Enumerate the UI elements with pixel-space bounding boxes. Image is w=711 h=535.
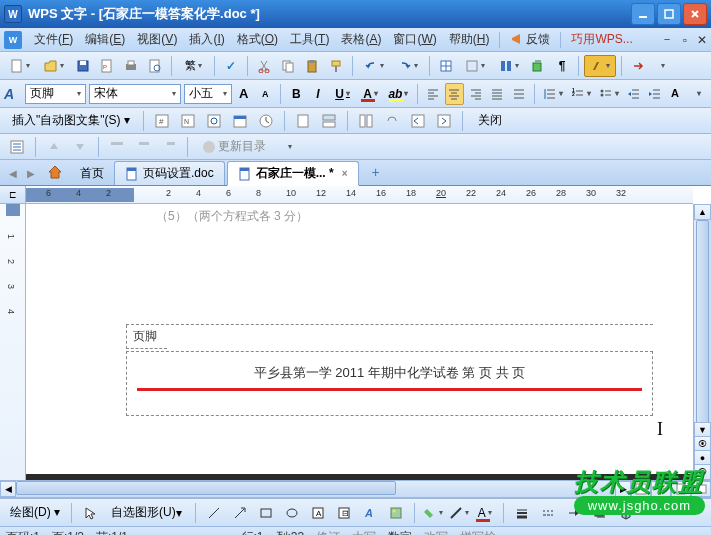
fill-color-button[interactable]: ▾ bbox=[422, 502, 444, 524]
grow-font-button[interactable]: A bbox=[235, 83, 253, 105]
footer-editing-area[interactable]: 页脚 平乡县第一学 2011 年期中化学试卷 第 页 共 页 bbox=[126, 324, 653, 416]
wps-icon[interactable]: W bbox=[4, 31, 22, 49]
style-dropdown[interactable]: 页脚▾ bbox=[25, 84, 86, 104]
insert-autotext-dropdown[interactable]: 插入"自动图文集"(S) ▾ bbox=[6, 110, 136, 131]
horizontal-ruler[interactable]: 6 4 2 2 4 6 8 10 12 14 16 18 20 22 24 26… bbox=[26, 186, 693, 204]
insert-picture-button[interactable] bbox=[385, 502, 407, 524]
columns-button[interactable]: ▾ bbox=[493, 55, 525, 77]
bullets-button[interactable]: ▾ bbox=[596, 83, 621, 105]
highlight-color-button[interactable]: ab▾ bbox=[386, 83, 411, 105]
menu-table[interactable]: 表格(A) bbox=[335, 29, 387, 50]
align-distribute-button[interactable] bbox=[509, 83, 527, 105]
line-style-button[interactable] bbox=[511, 502, 533, 524]
font-color-button[interactable]: A▾ bbox=[474, 502, 496, 524]
textbox-button[interactable]: A bbox=[307, 502, 329, 524]
footer-text[interactable]: 平乡县第一学 2011 年期中化学试卷 第 页 共 页 bbox=[137, 360, 642, 386]
toc-overflow[interactable]: ▾ bbox=[278, 137, 300, 157]
tab-scroll-left[interactable]: ◀ bbox=[4, 164, 22, 182]
format-painter-button[interactable] bbox=[325, 55, 347, 77]
menu-tools[interactable]: 工具(T) bbox=[284, 29, 335, 50]
menu-help[interactable]: 帮助(H) bbox=[443, 29, 496, 50]
font-color-button[interactable]: A▾ bbox=[358, 83, 383, 105]
align-justify-button[interactable] bbox=[488, 83, 506, 105]
save-button[interactable] bbox=[72, 55, 94, 77]
find-button[interactable] bbox=[527, 55, 549, 77]
underline-button[interactable]: U▾ bbox=[330, 83, 355, 105]
menu-file[interactable]: 文件(F) bbox=[28, 29, 79, 50]
direction-button[interactable] bbox=[627, 55, 649, 77]
document-tab-1[interactable]: 页码设置.doc bbox=[114, 161, 225, 185]
line-spacing-button[interactable]: ▾ bbox=[541, 83, 566, 105]
status-rev[interactable]: 修订 bbox=[316, 529, 340, 535]
time-button[interactable] bbox=[255, 111, 277, 131]
print-preview-button[interactable] bbox=[144, 55, 166, 77]
scroll-track[interactable] bbox=[16, 481, 615, 497]
close-header-footer-button[interactable]: 关闭 bbox=[470, 110, 510, 131]
promo-link[interactable]: 巧用WPS... bbox=[565, 29, 638, 50]
toc-level2-button[interactable] bbox=[132, 137, 154, 157]
minimize-button[interactable] bbox=[631, 3, 655, 25]
home-tab[interactable] bbox=[44, 161, 66, 183]
oval-button[interactable] bbox=[281, 502, 303, 524]
page-number-button[interactable]: # bbox=[151, 111, 173, 131]
redo-button[interactable]: ▾ bbox=[392, 55, 424, 77]
status-spell[interactable]: 拼写检 bbox=[460, 529, 496, 535]
date-button[interactable] bbox=[229, 111, 251, 131]
bold-button[interactable]: B bbox=[287, 83, 305, 105]
line-color-button[interactable]: ▾ bbox=[448, 502, 470, 524]
line-button[interactable] bbox=[203, 502, 225, 524]
align-right-button[interactable] bbox=[467, 83, 485, 105]
borders-button[interactable]: ▾ bbox=[459, 55, 491, 77]
show-marks-button[interactable]: ¶ bbox=[551, 55, 573, 77]
new-button[interactable]: ▾ bbox=[4, 55, 36, 77]
document-tab-2[interactable]: 石家庄一模... * × bbox=[227, 161, 359, 186]
toc-level-up-button[interactable] bbox=[43, 137, 65, 157]
italic-button[interactable]: I bbox=[309, 83, 327, 105]
mdi-close-button[interactable]: ✕ bbox=[697, 33, 707, 47]
convert-button[interactable]: 繁▾ bbox=[177, 55, 209, 77]
numbering-button[interactable]: 12▾ bbox=[569, 83, 594, 105]
new-tab-button[interactable]: + bbox=[365, 161, 387, 183]
tab-scroll-right[interactable]: ▶ bbox=[22, 164, 40, 182]
tab-close-button[interactable]: × bbox=[342, 168, 348, 179]
toc-level-down-button[interactable] bbox=[69, 137, 91, 157]
menu-format[interactable]: 格式(O) bbox=[231, 29, 284, 50]
align-center-button[interactable] bbox=[445, 83, 463, 105]
scroll-thumb[interactable] bbox=[696, 220, 709, 440]
vertical-ruler[interactable]: 1 2 3 4 bbox=[0, 204, 26, 480]
toc-level1-button[interactable] bbox=[106, 137, 128, 157]
mdi-minimize-button[interactable]: － bbox=[661, 31, 673, 48]
status-ovr[interactable]: 改写 bbox=[424, 529, 448, 535]
feedback-link[interactable]: 反馈 bbox=[504, 31, 556, 48]
rectangle-button[interactable] bbox=[255, 502, 277, 524]
menu-view[interactable]: 视图(V) bbox=[131, 29, 183, 50]
font-dropdown[interactable]: 宋体▾ bbox=[89, 84, 181, 104]
vertical-textbox-button[interactable]: ⊟ bbox=[333, 502, 355, 524]
page-count-button[interactable]: N bbox=[177, 111, 199, 131]
align-left-button[interactable] bbox=[424, 83, 442, 105]
drawing-menu[interactable]: 绘图(D) ▾ bbox=[6, 502, 64, 523]
format-page-number-button[interactable] bbox=[203, 111, 225, 131]
insert-table-button[interactable] bbox=[435, 55, 457, 77]
mdi-restore-button[interactable]: ▫ bbox=[683, 33, 687, 47]
decrease-indent-button[interactable] bbox=[624, 83, 642, 105]
undo-button[interactable]: ▾ bbox=[358, 55, 390, 77]
maximize-button[interactable] bbox=[657, 3, 681, 25]
scroll-up-button[interactable]: ▲ bbox=[694, 204, 711, 220]
ruler-corner[interactable]: ⊏ bbox=[0, 186, 26, 204]
font-size-dropdown[interactable]: 小五▾ bbox=[184, 84, 232, 104]
highlight-button[interactable]: ▾ bbox=[584, 55, 616, 77]
print-button[interactable] bbox=[120, 55, 142, 77]
toolbar-overflow[interactable]: ▾ bbox=[689, 83, 707, 105]
home-tab-label[interactable]: 首页 bbox=[70, 162, 114, 185]
scroll-left-button[interactable]: ◀ bbox=[0, 481, 16, 497]
autoshapes-dropdown[interactable]: 自选图形(U) ▾ bbox=[105, 502, 188, 523]
scroll-thumb[interactable] bbox=[16, 481, 396, 495]
copy-button[interactable] bbox=[277, 55, 299, 77]
spellcheck-button[interactable]: ✓ bbox=[220, 55, 242, 77]
vertical-scrollbar[interactable]: ▲ ▼ ⦿ ● ⦿ bbox=[693, 204, 711, 480]
menu-window[interactable]: 窗口(W) bbox=[387, 29, 442, 50]
wordart-button[interactable]: A bbox=[359, 502, 381, 524]
paste-button[interactable] bbox=[301, 55, 323, 77]
same-as-previous-button[interactable] bbox=[355, 111, 377, 131]
